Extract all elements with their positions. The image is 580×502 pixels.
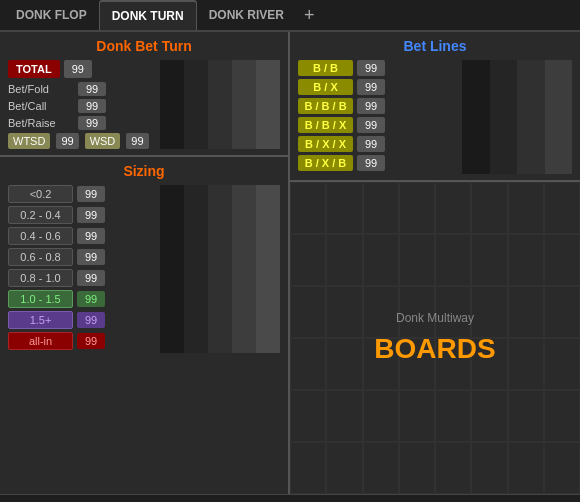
tab-add-button[interactable]: +	[296, 5, 323, 26]
heatmap-stripe-3	[208, 60, 232, 149]
bet-call-row: Bet/Call 99	[8, 99, 160, 113]
bet-line-row-3: B / B / X 99	[298, 117, 462, 133]
boards-grid-cell	[399, 442, 435, 494]
bet-call-value: 99	[78, 99, 106, 113]
sizing-row-5: 1.0 - 1.5 99	[8, 290, 160, 308]
boards-grid-cell	[363, 286, 399, 338]
bet-lines-section: Bet Lines B / B 99 B / X 99 B / B / B 99	[290, 32, 580, 182]
boards-grid-cell	[363, 390, 399, 442]
boards-grid-cell	[290, 338, 326, 390]
betlines-stripe-1	[462, 60, 490, 174]
bet-line-label-2: B / B / B	[298, 98, 353, 114]
boards-grid-cell	[290, 442, 326, 494]
right-panel: Bet Lines B / B 99 B / X 99 B / B / B 99	[290, 32, 580, 494]
bet-line-value-0: 99	[357, 60, 385, 76]
boards-grid-cell	[508, 390, 544, 442]
boards-grid-cell	[363, 182, 399, 234]
bet-line-value-1: 99	[357, 79, 385, 95]
bet-call-label: Bet/Call	[8, 100, 78, 112]
sizing-row-3: 0.6 - 0.8 99	[8, 248, 160, 266]
boards-grid-cell	[471, 390, 507, 442]
boards-grid-cell	[326, 338, 362, 390]
boards-grid-cell	[471, 234, 507, 286]
total-value: 99	[64, 60, 92, 78]
betlines-heatmap	[462, 60, 572, 174]
boards-grid-cell	[544, 182, 580, 234]
boards-grid-cell	[326, 182, 362, 234]
wsd-label: WSD	[85, 133, 121, 149]
sizing-value-4: 99	[77, 270, 105, 286]
footer: readsenhancer.com	[0, 494, 580, 502]
tab-donk-turn[interactable]: DONK TURN	[99, 0, 197, 30]
boards-grid-cell	[326, 234, 362, 286]
bet-line-label-5: B / X / B	[298, 155, 353, 171]
wtsd-row: WTSD 99 WSD 99	[8, 133, 160, 149]
boards-grid-cell	[326, 286, 362, 338]
sizing-heatmap-stripe-5	[256, 185, 280, 353]
boards-grid-cell	[544, 442, 580, 494]
boards-grid-cell	[399, 182, 435, 234]
boards-grid-cell	[326, 442, 362, 494]
betlines-stripe-2	[490, 60, 518, 174]
boards-grid-cell	[290, 234, 326, 286]
boards-grid-cell	[363, 442, 399, 494]
sizing-heatmap-stripe-4	[232, 185, 256, 353]
main-content: Donk Bet Turn TOTAL 99 Bet/Fold 99 Bet/C…	[0, 32, 580, 494]
boards-grid-cell	[544, 390, 580, 442]
sizing-value-6: 99	[77, 312, 105, 328]
sizing-heatmap-stripe-2	[184, 185, 208, 353]
boards-grid-cell	[544, 234, 580, 286]
betlines-stripe-4	[545, 60, 573, 174]
sizing-label-7: all-in	[8, 332, 73, 350]
bet-line-label-1: B / X	[298, 79, 353, 95]
bet-line-row-1: B / X 99	[298, 79, 462, 95]
bet-fold-label: Bet/Fold	[8, 83, 78, 95]
sizing-label-6: 1.5+	[8, 311, 73, 329]
sizing-row-6: 1.5+ 99	[8, 311, 160, 329]
bet-line-value-2: 99	[357, 98, 385, 114]
bet-raise-value: 99	[78, 116, 106, 130]
boards-grid-cell	[326, 390, 362, 442]
sizing-label-2: 0.4 - 0.6	[8, 227, 73, 245]
heatmap-stripe-1	[160, 60, 184, 149]
boards-grid-cell	[544, 338, 580, 390]
dbt-inner: TOTAL 99 Bet/Fold 99 Bet/Call 99 Bet/Rai…	[8, 60, 280, 149]
bet-line-label-0: B / B	[298, 60, 353, 76]
betlines-inner: B / B 99 B / X 99 B / B / B 99 B / B / X…	[298, 60, 572, 174]
heatmap-stripe-4	[232, 60, 256, 149]
bet-line-label-3: B / B / X	[298, 117, 353, 133]
heatmap-stripe-5	[256, 60, 280, 149]
sizing-label-0: <0.2	[8, 185, 73, 203]
sizing-label-1: 0.2 - 0.4	[8, 206, 73, 224]
sizing-title: Sizing	[8, 163, 280, 179]
bet-line-row-2: B / B / B 99	[298, 98, 462, 114]
bet-line-label-4: B / X / X	[298, 136, 353, 152]
sizing-heatmap-stripe-3	[208, 185, 232, 353]
bet-line-value-3: 99	[357, 117, 385, 133]
boards-grid-cell	[290, 286, 326, 338]
sizing-heatmap-stripe-1	[160, 185, 184, 353]
bet-raise-label: Bet/Raise	[8, 117, 78, 129]
wsd-value: 99	[126, 133, 148, 149]
sizing-label-5: 1.0 - 1.5	[8, 290, 73, 308]
boards-grid-cell	[435, 390, 471, 442]
tab-donk-river[interactable]: DONK RIVER	[197, 0, 296, 30]
wtsd-value: 99	[56, 133, 78, 149]
sizing-row-2: 0.4 - 0.6 99	[8, 227, 160, 245]
sizing-label-3: 0.6 - 0.8	[8, 248, 73, 266]
sizing-row-4: 0.8 - 1.0 99	[8, 269, 160, 287]
sizing-value-2: 99	[77, 228, 105, 244]
boards-grid-cell	[435, 442, 471, 494]
tab-donk-flop[interactable]: DONK FLOP	[4, 0, 99, 30]
boards-grid-cell	[435, 182, 471, 234]
bet-line-value-4: 99	[357, 136, 385, 152]
sizing-stats: <0.2 99 0.2 - 0.4 99 0.4 - 0.6 99 0.6 - …	[8, 185, 160, 353]
sizing-heatmap	[160, 185, 280, 353]
boards-grid-cell	[363, 234, 399, 286]
boards-section: Donk Multiway BOARDS	[290, 182, 580, 494]
boards-grid-cell	[290, 390, 326, 442]
sizing-value-5: 99	[77, 291, 105, 307]
boards-grid-cell	[508, 286, 544, 338]
bet-fold-value: 99	[78, 82, 106, 96]
bet-line-row-0: B / B 99	[298, 60, 462, 76]
